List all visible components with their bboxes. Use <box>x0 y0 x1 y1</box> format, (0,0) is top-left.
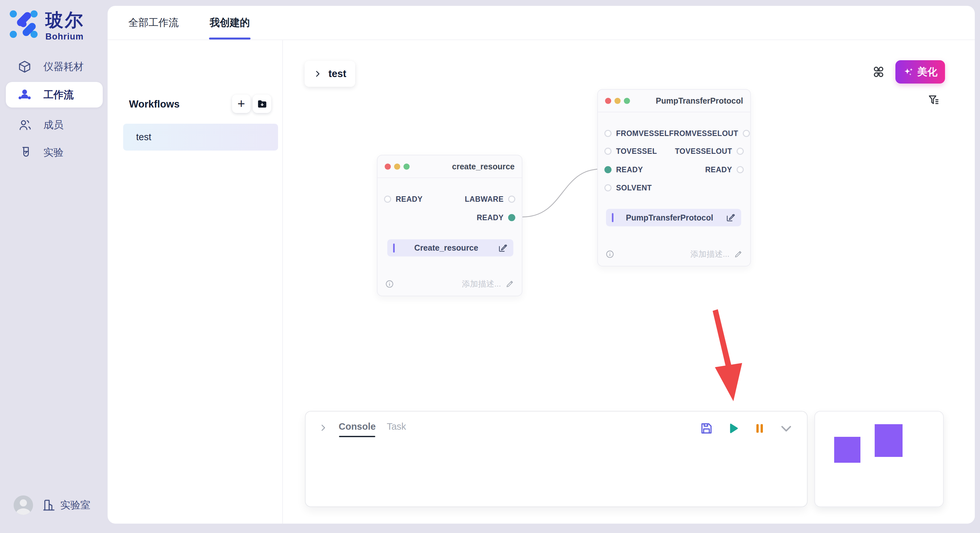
node-title: create_resource <box>452 162 515 171</box>
node-action-pill[interactable]: PumpTransferProtocol <box>606 209 741 226</box>
port-circle-icon[interactable] <box>508 195 515 203</box>
breadcrumb[interactable]: test <box>305 61 355 87</box>
filter-button[interactable] <box>926 92 942 108</box>
add-workflow-button[interactable]: + <box>232 95 250 113</box>
pencil-icon[interactable] <box>506 280 514 288</box>
node-create-resource[interactable]: create_resource READY LABWARE READY <box>377 155 522 296</box>
sidebar-item-experiments[interactable]: 实验 <box>6 140 103 165</box>
lab-label: 实验室 <box>60 498 91 512</box>
red-dot-icon <box>385 163 391 170</box>
app-logo: 玻尔 Bohrium <box>10 10 84 42</box>
node-footer: 添加描述... <box>606 249 743 259</box>
import-folder-button[interactable] <box>253 95 271 113</box>
output-port-ready[interactable]: READY <box>705 165 744 174</box>
input-port-tovessel[interactable]: TOVESSEL <box>605 147 657 156</box>
description-placeholder[interactable]: 添加描述... <box>690 249 730 259</box>
node-pump-transfer-protocol[interactable]: PumpTransferProtocol FROMVESSEL FROMVESS… <box>597 89 751 266</box>
red-arrow-annotation <box>713 309 742 401</box>
avatar[interactable] <box>14 495 33 515</box>
port-row: READY LABWARE <box>384 193 515 206</box>
folder-import-icon <box>257 98 268 109</box>
port-row: FROMVESSEL FROMVESSELOUT <box>605 127 744 140</box>
port-circle-filled-icon[interactable] <box>508 214 515 221</box>
command-icon <box>872 65 885 79</box>
chevron-right-icon <box>313 70 322 78</box>
tab-task[interactable]: Task <box>387 421 406 432</box>
description-placeholder[interactable]: 添加描述... <box>462 279 501 289</box>
app-subtitle: Bohrium <box>45 32 84 42</box>
workflows-panel: Workflows + test <box>108 40 283 523</box>
output-port-tovesselout[interactable]: TOVESSELOUT <box>675 147 744 156</box>
tab-console[interactable]: Console <box>339 421 375 437</box>
input-port-ready[interactable]: READY <box>384 195 423 204</box>
chevron-right-icon[interactable] <box>318 423 328 432</box>
plus-icon: + <box>237 97 245 111</box>
beautify-button[interactable]: 美化 <box>896 60 945 84</box>
green-dot-icon <box>404 163 410 170</box>
layout-command-button[interactable] <box>871 64 886 80</box>
edit-icon[interactable] <box>498 243 508 253</box>
console-header: Console Task <box>305 412 807 437</box>
info-icon[interactable] <box>385 280 394 288</box>
workflow-canvas[interactable]: test 美化 <box>283 40 975 523</box>
console-actions <box>699 420 794 436</box>
output-port-labware[interactable]: LABWARE <box>465 195 515 204</box>
port-circle-icon[interactable] <box>743 130 750 137</box>
port-circle-icon[interactable] <box>605 184 611 191</box>
info-icon[interactable] <box>606 250 614 259</box>
breadcrumb-label: test <box>328 68 346 80</box>
minimap[interactable] <box>815 411 944 507</box>
experiment-icon <box>18 145 32 160</box>
port-circle-filled-icon[interactable] <box>605 166 611 173</box>
workflow-list-item-test[interactable]: test <box>123 124 278 151</box>
sidebar-item-label: 仪器耗材 <box>43 60 84 73</box>
port-row: TOVESSEL TOVESSELOUT <box>605 145 744 158</box>
tab-my-created[interactable]: 我创建的 <box>210 6 250 40</box>
output-port-ready[interactable]: READY <box>477 213 515 222</box>
port-row: SOLVENT <box>605 181 744 194</box>
sidebar-item-members[interactable]: 成员 <box>6 112 103 138</box>
active-tab-indicator <box>209 38 250 40</box>
console-panel: Console Task <box>305 411 808 507</box>
sidebar-footer: 实验室 <box>14 495 91 515</box>
workflows-panel-title: Workflows <box>129 98 180 110</box>
tab-all-workflows[interactable]: 全部工作流 <box>128 6 178 40</box>
input-port-ready[interactable]: READY <box>605 165 643 174</box>
sidebar-item-label: 成员 <box>43 118 64 132</box>
node-title: PumpTransferProtocol <box>656 96 743 106</box>
port-circle-icon[interactable] <box>384 195 391 203</box>
port-circle-icon[interactable] <box>605 148 611 155</box>
workflow-tabbar: 全部工作流 我创建的 <box>108 6 975 40</box>
port-row: READY READY <box>605 163 744 176</box>
sidebar-item-instruments[interactable]: 仪器耗材 <box>6 54 103 79</box>
sparkles-icon <box>903 67 914 78</box>
pencil-icon[interactable] <box>734 250 743 259</box>
tab-label: 我创建的 <box>210 16 250 30</box>
app-name: 玻尔 <box>45 11 84 29</box>
chevron-down-icon <box>779 421 793 436</box>
cube-icon <box>18 60 32 74</box>
save-icon <box>700 422 713 435</box>
input-port-fromvessel[interactable]: FROMVESSEL <box>605 129 669 138</box>
traffic-lights <box>605 98 630 104</box>
red-dot-icon <box>605 98 611 104</box>
sidebar-item-label: 实验 <box>43 146 64 159</box>
minimap-node-rect <box>875 424 902 457</box>
port-circle-icon[interactable] <box>737 148 744 155</box>
minimap-node-rect <box>834 437 861 463</box>
green-dot-icon <box>624 98 630 104</box>
collapse-console-button[interactable] <box>778 420 794 436</box>
output-port-fromvesselout[interactable]: FROMVESSELOUT <box>669 129 750 138</box>
node-action-pill[interactable]: Create_resource <box>387 239 513 257</box>
port-circle-icon[interactable] <box>737 166 744 173</box>
node-footer: 添加描述... <box>385 279 514 289</box>
edit-icon[interactable] <box>725 213 735 222</box>
port-circle-icon[interactable] <box>605 130 611 137</box>
sidebar-item-workflows[interactable]: 工作流 <box>6 82 103 108</box>
pause-button[interactable] <box>752 420 767 436</box>
pause-icon <box>753 422 766 435</box>
input-port-solvent[interactable]: SOLVENT <box>605 184 652 192</box>
run-button[interactable] <box>725 420 741 436</box>
lab-selector[interactable]: 实验室 <box>42 498 91 512</box>
save-button[interactable] <box>699 420 714 436</box>
